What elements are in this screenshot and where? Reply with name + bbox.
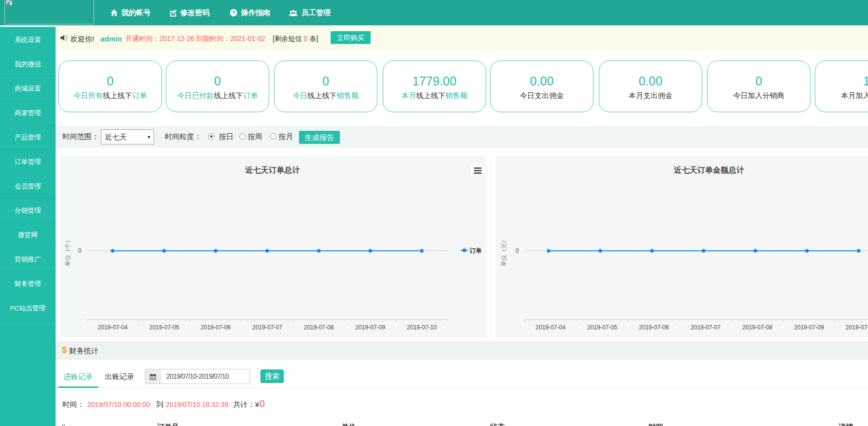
svg-text:2019-07-07: 2019-07-07 [252,324,282,331]
svg-text:0: 0 [515,247,519,254]
svg-text:2019-07-09: 2019-07-09 [794,324,824,331]
svg-text:2019-07-06: 2019-07-06 [201,324,231,331]
svg-text:订单: 订单 [469,247,482,254]
svg-text:2019-07-09: 2019-07-09 [355,324,386,331]
svg-text:2019-07-04: 2019-07-04 [535,324,566,331]
svg-text:2019-07-10: 2019-07-10 [407,324,437,331]
svg-text:2019-07-08: 2019-07-08 [742,324,772,331]
svg-text:2019-07-08: 2019-07-08 [304,324,334,331]
svg-text:2019-07-05: 2019-07-05 [587,324,617,331]
svg-text:单位（个）: 单位（个） [64,237,71,266]
svg-text:2019-07-10: 2019-07-10 [846,324,868,331]
svg-text:近七天订单金额总计: 近七天订单金额总计 [673,166,744,174]
svg-text:近七天订单总计: 近七天订单总计 [245,166,300,174]
svg-text:?: ? [232,10,236,16]
svg-text:单位（元）: 单位（元） [500,237,507,266]
svg-text:0: 0 [78,247,81,254]
svg-text:2019-07-04: 2019-07-04 [98,324,128,331]
svg-text:2019-07-05: 2019-07-05 [149,324,179,331]
svg-text:2019-07-06: 2019-07-06 [639,324,669,331]
svg-text:2019-07-07: 2019-07-07 [690,324,721,331]
